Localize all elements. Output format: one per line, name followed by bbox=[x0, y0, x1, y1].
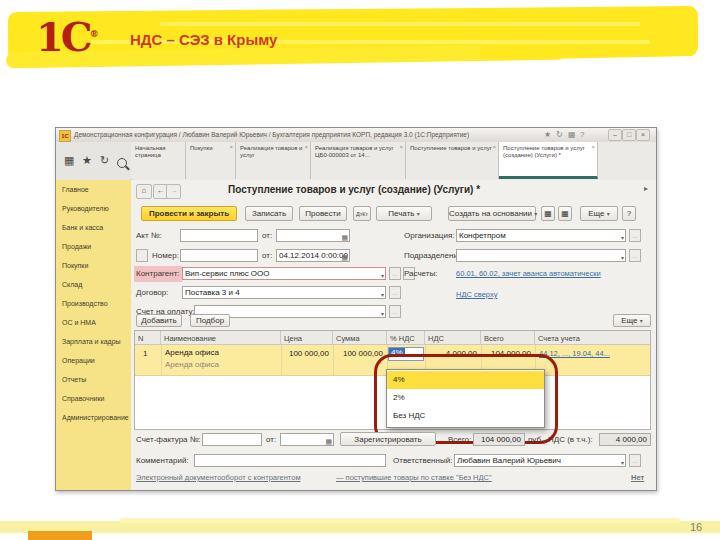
refresh-icon[interactable]: ↻ bbox=[556, 130, 563, 139]
counterparty-open-button[interactable]: … bbox=[389, 267, 401, 280]
sidebar-item-operations[interactable]: Операции bbox=[62, 357, 95, 364]
tab-close-icon[interactable]: × bbox=[399, 144, 403, 151]
sidebar-item-production[interactable]: Производство bbox=[62, 300, 108, 307]
invoice-number-input[interactable] bbox=[202, 433, 262, 446]
menu-grid-icon[interactable]: ▦ bbox=[64, 154, 74, 167]
sidebar-item-reports[interactable]: Отчеты bbox=[62, 376, 86, 383]
responsible-input[interactable]: Любавин Валерий Юрьевич▾ bbox=[454, 454, 626, 467]
sidebar-item-warehouse[interactable]: Склад bbox=[62, 281, 82, 288]
dropdown-icon[interactable]: ▾ bbox=[621, 252, 624, 262]
tab-sales-doc[interactable]: Реализация товаров и услуг × bbox=[236, 142, 311, 179]
dropdown-icon[interactable]: ▾ bbox=[381, 289, 384, 299]
star-icon[interactable]: ★ bbox=[544, 130, 551, 139]
col-header-price[interactable]: Цена bbox=[281, 331, 333, 345]
calendar-icon[interactable]: ▦ bbox=[341, 252, 348, 262]
save-button[interactable]: Записать bbox=[245, 206, 293, 221]
tab-close-icon[interactable]: × bbox=[492, 144, 496, 151]
calendar-icon[interactable]: ▦ bbox=[341, 232, 348, 242]
vat-mode-link[interactable]: НДС сверху bbox=[456, 290, 497, 299]
add-row-button[interactable]: Добавить bbox=[136, 314, 182, 327]
department-open-button[interactable]: … bbox=[629, 249, 641, 262]
tab-start-page[interactable]: Начальная страница bbox=[131, 142, 186, 179]
print-button[interactable]: Печать ▾ bbox=[376, 206, 432, 221]
contract-open-button[interactable]: … bbox=[389, 286, 401, 299]
footer-right-link[interactable]: Нет bbox=[631, 473, 644, 482]
invoice-open-button[interactable]: … bbox=[389, 305, 401, 318]
tab-purchases[interactable]: Покупки × bbox=[186, 142, 236, 179]
organization-input[interactable]: Конфетпром▾ bbox=[456, 229, 626, 242]
tab-close-icon[interactable]: × bbox=[229, 144, 233, 151]
history-icon[interactable]: ↻ bbox=[100, 154, 109, 167]
date-input[interactable]: 04.12.2014 0:00:00▦ bbox=[276, 249, 350, 262]
organization-open-button[interactable]: … bbox=[629, 229, 641, 242]
counterparty-input[interactable]: Вип-сервис плюс ООО▾ bbox=[182, 267, 386, 280]
more-button[interactable]: Еще ▾ bbox=[580, 206, 618, 221]
tab-receipt-new[interactable]: Поступление товаров и услуг (создание) (… bbox=[499, 142, 598, 179]
tab-receipt-list[interactable]: Поступление товаров и услуг × bbox=[406, 142, 499, 179]
item-sum[interactable]: 100 000,00 bbox=[333, 349, 383, 358]
item-service-content[interactable]: Аренда офиса bbox=[165, 360, 219, 369]
responsible-open-button[interactable]: … bbox=[629, 454, 641, 467]
forward-button[interactable]: → bbox=[166, 184, 181, 199]
edi-link[interactable]: Электронный документооборот с контрагент… bbox=[136, 473, 301, 482]
toolbar-icon-button-1[interactable]: ▦ bbox=[541, 206, 555, 221]
dropdown-icon[interactable]: ▾ bbox=[381, 270, 384, 280]
col-header-total[interactable]: Всего bbox=[481, 331, 535, 345]
tab-sales-doc-number[interactable]: Реализация товаров и услуг ЦБ0-000003 от… bbox=[311, 142, 406, 179]
create-based-on-button[interactable]: Создать на основании ▾ bbox=[448, 206, 536, 221]
sidebar-item-main[interactable]: Главное bbox=[62, 186, 89, 193]
sidebar-item-fixed-assets[interactable]: ОС и НМА bbox=[62, 319, 96, 326]
comment-input[interactable] bbox=[194, 454, 386, 467]
act-date-input[interactable]: ▦ bbox=[276, 229, 350, 242]
vat-option-novat[interactable]: Без НДС bbox=[387, 407, 544, 425]
dtkt-postings-button[interactable]: ДтКт bbox=[353, 206, 371, 221]
tab-close-icon[interactable]: × bbox=[591, 144, 595, 151]
number-settings-button[interactable] bbox=[136, 249, 148, 262]
dropdown-icon[interactable]: ▾ bbox=[621, 457, 624, 467]
item-name[interactable]: Аренда офиса bbox=[165, 348, 219, 357]
dropdown-icon[interactable]: ▾ bbox=[419, 351, 422, 358]
vat-option-2[interactable]: 2% bbox=[387, 389, 544, 407]
vat-rate-cell-editor[interactable]: 4% ▾ bbox=[388, 347, 424, 361]
act-number-input[interactable] bbox=[180, 229, 258, 242]
dropdown-icon[interactable]: ▾ bbox=[381, 308, 384, 318]
dropdown-icon[interactable]: ▾ bbox=[621, 232, 624, 242]
item-vat[interactable]: 4 000,00 bbox=[427, 349, 477, 358]
novat-hint-link[interactable]: — поступившие товары по ставке "Без НДС" bbox=[336, 473, 492, 482]
form-help-button[interactable]: ? bbox=[622, 206, 636, 221]
sidebar-item-administration[interactable]: Администрирование bbox=[62, 414, 129, 421]
close-button[interactable]: × bbox=[636, 129, 650, 141]
vat-option-4[interactable]: 4% bbox=[387, 371, 544, 389]
col-header-vat-rate[interactable]: % НДС bbox=[387, 331, 425, 345]
col-header-sum[interactable]: Сумма bbox=[333, 331, 387, 345]
home-button[interactable]: ⌂ bbox=[136, 184, 152, 199]
col-header-vat[interactable]: НДС bbox=[425, 331, 481, 345]
sidebar-item-bank[interactable]: Банк и касса bbox=[62, 224, 103, 231]
col-header-n[interactable]: N bbox=[135, 331, 161, 345]
sidebar-item-manager[interactable]: Руководителю bbox=[62, 205, 109, 212]
calendar-icon[interactable]: ▦ bbox=[325, 436, 332, 446]
window-titlebar[interactable]: 1С Демонстрационная конфигурация / Любав… bbox=[56, 128, 656, 143]
department-input[interactable]: ▾ bbox=[456, 249, 626, 262]
item-accounts-link[interactable]: 44.12, ..., 19.04, 44... bbox=[539, 349, 610, 358]
toolbar-icon-button-2[interactable]: ▦ bbox=[558, 206, 572, 221]
sidebar-item-payroll[interactable]: Зарплата и кадры bbox=[62, 338, 121, 345]
register-invoice-button[interactable]: Зарегистрировать bbox=[340, 432, 436, 446]
number-input[interactable] bbox=[180, 249, 258, 262]
sidebar-item-catalogs[interactable]: Справочники bbox=[62, 395, 104, 402]
favorites-star-icon[interactable]: ★ bbox=[82, 154, 92, 167]
grid-icon[interactable]: ▦ bbox=[568, 130, 576, 139]
col-header-accounts[interactable]: Счета учета bbox=[535, 331, 650, 345]
col-header-name[interactable]: Наименование bbox=[161, 331, 281, 345]
invoice-date-input[interactable]: ▦ bbox=[280, 433, 334, 446]
contract-input[interactable]: Поставка 3 и 4▾ bbox=[182, 286, 386, 299]
sidebar-item-purchases[interactable]: Покупки bbox=[62, 262, 88, 269]
pick-button[interactable]: Подбор bbox=[190, 314, 230, 327]
sidebar-item-sales[interactable]: Продажи bbox=[62, 243, 91, 250]
table-more-button[interactable]: Еще ▾ bbox=[613, 314, 651, 327]
help-icon[interactable]: ? bbox=[580, 130, 584, 139]
post-button[interactable]: Провести bbox=[299, 206, 347, 221]
tab-close-icon[interactable]: × bbox=[304, 144, 308, 151]
maximize-button[interactable]: □ bbox=[622, 129, 636, 141]
collapse-chevron-icon[interactable]: ▸ bbox=[644, 184, 648, 193]
